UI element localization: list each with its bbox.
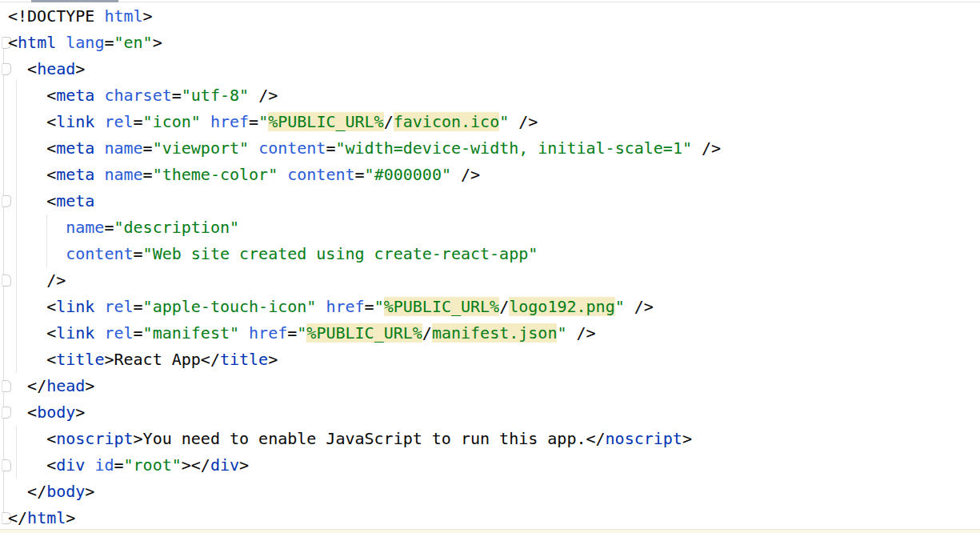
code-line[interactable]: <link rel="apple-touch-icon" href="%PUBL… (8, 294, 980, 320)
code-line[interactable]: <meta name="theme-color" content="#00000… (8, 162, 980, 188)
code-token: name (104, 138, 142, 158)
code-token (8, 59, 27, 78)
code-line[interactable]: <!DOCTYPE html> (8, 3, 980, 30)
code-line[interactable]: <body> (8, 399, 980, 426)
code-token: </ (27, 376, 46, 395)
code-token (239, 323, 249, 343)
code-token: meta (56, 86, 94, 105)
code-token (8, 86, 46, 105)
code-token: < (46, 165, 56, 184)
code-token (8, 482, 27, 501)
code-token: link (56, 323, 94, 343)
code-line[interactable]: <meta name="viewport" content="width=dev… (8, 135, 980, 162)
code-token (8, 350, 46, 369)
code-token (509, 112, 518, 131)
code-token: = (134, 244, 143, 263)
code-token: > (75, 59, 85, 78)
code-token (8, 191, 46, 210)
code-token (8, 244, 66, 263)
code-line[interactable]: content="Web site created using create-r… (8, 241, 980, 267)
code-token: < (46, 138, 56, 158)
code-line[interactable]: <html lang="en"> (8, 30, 980, 56)
code-token (94, 297, 104, 316)
code-line[interactable]: </body> (8, 479, 980, 505)
bottom-panel-edge (0, 529, 980, 533)
code-token: = (114, 455, 123, 475)
code-token: "utf-8" (182, 86, 249, 105)
template-macro-token: %PUBLIC_URL% (384, 297, 500, 316)
code-token: href (249, 323, 287, 343)
code-token: = (143, 165, 153, 184)
code-token (201, 112, 210, 131)
code-area[interactable]: <!DOCTYPE html><html lang="en"> <head> <… (8, 3, 980, 531)
code-token (8, 271, 46, 290)
code-token: "en" (114, 33, 152, 52)
code-token: < (46, 297, 56, 316)
code-token: = (287, 323, 297, 343)
code-line[interactable]: /> (8, 267, 980, 294)
code-token: div (56, 455, 85, 475)
code-token (692, 138, 702, 158)
code-line[interactable]: <meta charset="utf-8" /> (8, 82, 980, 109)
code-line[interactable]: <meta (8, 188, 980, 214)
code-token: /> (461, 165, 480, 184)
code-line[interactable]: name="description" (8, 214, 980, 241)
code-line[interactable]: <noscript>You need to enable JavaScript … (8, 426, 980, 452)
code-token: noscript (56, 429, 133, 448)
code-token: "viewport" (153, 138, 249, 158)
code-token (566, 323, 576, 343)
code-token (451, 165, 461, 184)
code-token: / (499, 297, 509, 316)
code-token: /> (577, 323, 596, 343)
code-token: name (66, 218, 104, 237)
code-token: head (37, 59, 75, 78)
code-editor[interactable]: <!DOCTYPE html><html lang="en"> <head> <… (0, 0, 980, 533)
code-line[interactable]: </html> (8, 505, 980, 531)
code-token (94, 6, 104, 26)
code-token: > (239, 455, 249, 475)
code-token: charset (104, 86, 171, 105)
code-token (8, 218, 66, 237)
code-token: /> (258, 86, 278, 105)
code-token (316, 297, 326, 316)
code-token (56, 33, 66, 52)
code-token: = (134, 112, 143, 131)
code-token: <!DOCTYPE (8, 6, 94, 26)
code-line[interactable]: <div id="root"></div> (8, 452, 980, 479)
code-token: content (66, 244, 133, 263)
code-token: > (75, 403, 85, 422)
code-token: You need to enable JavaScript to run thi… (143, 429, 586, 448)
code-token: = (134, 323, 143, 343)
code-token (8, 323, 46, 343)
code-token: = (143, 138, 153, 158)
code-token: noscript (606, 429, 682, 448)
code-token: = (104, 218, 114, 237)
code-token: < (46, 455, 56, 475)
code-line[interactable]: <title>React App</title> (8, 347, 980, 373)
code-token: "description" (114, 218, 239, 237)
code-token: < (46, 112, 56, 131)
code-line[interactable]: <head> (8, 56, 980, 82)
code-token (249, 138, 258, 158)
code-line[interactable]: </head> (8, 373, 980, 399)
code-token: body (37, 403, 75, 422)
code-token: </ (191, 455, 210, 475)
code-token (94, 323, 104, 343)
code-token (8, 297, 46, 316)
code-line[interactable]: <link rel="icon" href="%PUBLIC_URL%/favi… (8, 109, 980, 135)
code-token: > (85, 376, 94, 395)
code-token: "Web site created using create-react-app… (143, 244, 538, 263)
horizontal-scrollbar-thumb[interactable] (31, 0, 118, 2)
code-token: = (249, 112, 258, 131)
code-token: body (46, 482, 85, 501)
code-token: meta (56, 165, 94, 184)
code-token (94, 112, 104, 131)
code-token: /> (46, 271, 66, 290)
code-token: meta (56, 138, 94, 158)
code-token: rel (104, 297, 133, 316)
code-line[interactable]: <link rel="manifest" href="%PUBLIC_URL%/… (8, 320, 980, 347)
code-token (8, 403, 27, 422)
code-token (8, 376, 27, 395)
code-token: "width=device-width, initial-scale=1" (335, 138, 692, 158)
code-token: /> (634, 297, 654, 316)
